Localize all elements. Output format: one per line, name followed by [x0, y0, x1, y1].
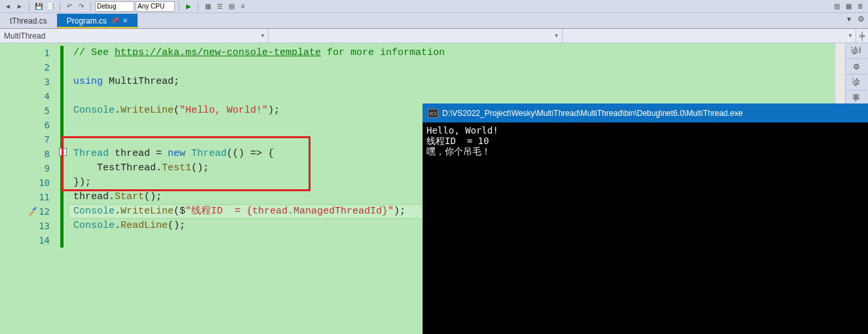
console-icon: C:\ [428, 109, 438, 118]
line-number: 11 [0, 190, 59, 204]
tab-program-cs[interactable]: Program.cs 📌 ✕ [57, 14, 138, 28]
forward-icon[interactable]: ► [14, 1, 25, 12]
line-number: 1 [0, 46, 59, 60]
gear-icon[interactable]: ⚙ [856, 14, 865, 24]
panel-tab[interactable]: 诊 [846, 75, 867, 90]
change-indicator [60, 46, 64, 248]
console-window[interactable]: C:\ D:\VS2022_Project\Wesky\MultiThread\… [423, 103, 868, 334]
tab-tthread-cs[interactable]: tThread.cs [0, 14, 57, 28]
tool-icon[interactable]: ≣ [855, 1, 865, 12]
close-icon[interactable]: ✕ [123, 17, 128, 24]
separator [198, 2, 198, 11]
undo-icon[interactable]: ↶ [64, 1, 75, 12]
line-number: 8 [0, 147, 59, 161]
line-number: 13 [0, 219, 59, 233]
save-icon[interactable]: 💾 [33, 1, 44, 12]
line-number: 2 [0, 60, 59, 75]
line-number-gutter: 1 2 3 4 5 6 7 8 9 10 11 12 13 14 [0, 43, 59, 334]
separator [179, 2, 179, 11]
code-line [68, 89, 835, 103]
line-number: 4 [0, 89, 59, 103]
top-toolbar: ◄ ► 💾 📑 ↶ ↷ Debug Any CPU ▶ ▦ ☰ ▤ ≡ ▥ ▦ … [0, 0, 868, 13]
line-number: 7 [0, 132, 59, 147]
scope-dropdown[interactable]: MultiThread ▼ [0, 29, 269, 43]
code-line: // See https://aka.ms/new-console-templa… [68, 46, 835, 60]
console-titlebar[interactable]: C:\ D:\VS2022_Project\Wesky\MultiThread\… [423, 104, 868, 122]
save-all-icon[interactable]: 📑 [45, 1, 56, 12]
console-title-text: D:\VS2022_Project\Wesky\MultiThread\Mult… [442, 109, 743, 118]
line-number: 3 [0, 75, 59, 89]
code-line [68, 60, 835, 75]
chevron-down-icon: ▼ [260, 33, 265, 39]
scope-label: MultiThread [4, 31, 45, 41]
tool-icon[interactable]: ☰ [214, 1, 225, 12]
quick-action-icon[interactable] [28, 206, 38, 216]
member-dropdown[interactable]: ▼ [269, 29, 563, 43]
chevron-down-icon: ▼ [848, 33, 853, 39]
pin-icon[interactable]: 📌 [111, 17, 119, 24]
tool-icon[interactable]: ▦ [202, 1, 213, 12]
chevron-down-icon[interactable]: ▾ [844, 14, 854, 24]
svg-rect-0 [32, 206, 37, 211]
tab-label: tThread.cs [10, 16, 47, 26]
line-number: 9 [0, 161, 59, 176]
separator [29, 2, 29, 11]
console-output: Hello, World! 线程ID = 10 嘿，你个吊毛！ [423, 122, 868, 159]
play-icon[interactable]: ▶ [183, 1, 194, 12]
redo-icon[interactable]: ↷ [76, 1, 86, 12]
fold-toggle[interactable]: − [59, 148, 67, 156]
config-dropdown[interactable]: Debug [95, 1, 134, 12]
tool-icon[interactable]: ▤ [226, 1, 236, 12]
back-icon[interactable]: ◄ [3, 1, 13, 12]
split-icon[interactable]: ╪ [856, 29, 868, 43]
gear-icon[interactable]: ⚙ [846, 59, 867, 75]
method-dropdown[interactable]: ▼ [563, 29, 857, 43]
platform-dropdown[interactable]: Any CPU [136, 1, 175, 12]
nav-bar: MultiThread ▼ ▼ ▼ ╪ [0, 29, 868, 43]
line-number: 6 [0, 118, 59, 132]
line-number: 5 [0, 103, 59, 118]
panel-tab[interactable]: 诊I [846, 43, 867, 59]
tab-label: Program.cs [67, 16, 107, 26]
separator [60, 2, 60, 11]
tab-bar: tThread.cs Program.cs 📌 ✕ ▾ ⚙ [0, 13, 868, 29]
line-number: 10 [0, 176, 59, 190]
chevron-down-icon: ▼ [554, 33, 559, 39]
separator [90, 2, 91, 11]
line-number: 14 [0, 233, 59, 248]
tool-icon[interactable]: ▦ [843, 1, 854, 12]
code-line: using MultiThread; [68, 75, 835, 89]
tool-icon[interactable]: ▥ [831, 1, 842, 12]
tool-icon[interactable]: ≡ [238, 1, 248, 12]
margin-bar: − [59, 43, 68, 334]
